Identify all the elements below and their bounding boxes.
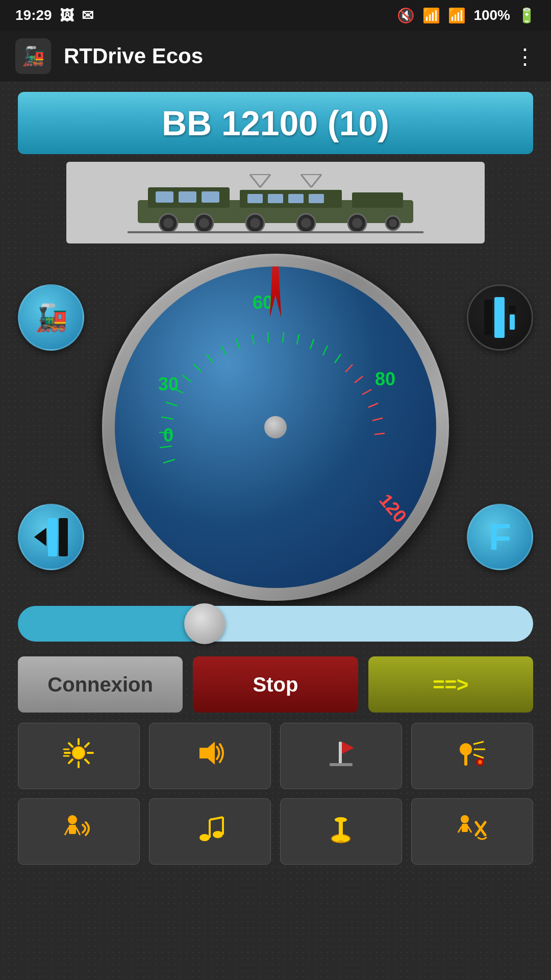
- speedometer-outer: 0 30 60 80 120: [102, 254, 449, 601]
- direction-left-icon: [34, 518, 68, 556]
- svg-rect-5: [179, 191, 196, 203]
- svg-point-88: [335, 817, 347, 822]
- mail-icon: ✉: [82, 7, 93, 24]
- svg-rect-70: [464, 753, 467, 766]
- svg-line-73: [473, 754, 484, 758]
- svg-line-92: [458, 826, 462, 832]
- svg-rect-77: [69, 825, 76, 834]
- photo-icon: 🖼: [60, 7, 74, 24]
- speedometer-inner: 0 30 60 80 120: [115, 266, 436, 588]
- direction-right-button[interactable]: [467, 284, 533, 351]
- func-sound-button[interactable]: [149, 723, 271, 789]
- func7-icon: [324, 812, 358, 851]
- train-image-container: [66, 162, 485, 243]
- func8-icon: [456, 812, 489, 851]
- speed-slider[interactable]: [18, 606, 533, 642]
- signal-icon: 📶: [448, 7, 466, 24]
- needle-container: [115, 266, 436, 588]
- svg-rect-10: [309, 194, 324, 203]
- f-label: F: [489, 516, 511, 558]
- svg-line-61: [85, 743, 89, 747]
- connexion-button[interactable]: Connexion: [18, 656, 183, 713]
- app-logo: 🚂: [15, 38, 51, 74]
- slider-container: [18, 606, 533, 644]
- svg-line-93: [468, 826, 471, 832]
- mute-icon: 🔇: [397, 7, 415, 24]
- svg-point-16: [250, 218, 260, 228]
- svg-line-27: [311, 175, 321, 187]
- function-grid: [18, 723, 533, 865]
- svg-point-22: [389, 219, 397, 227]
- svg-rect-8: [268, 194, 283, 203]
- svg-point-75: [478, 760, 482, 764]
- svg-line-24: [260, 175, 270, 187]
- func-horn-button[interactable]: [280, 723, 402, 789]
- svg-line-84: [210, 817, 223, 820]
- func-lights-button[interactable]: [18, 723, 140, 789]
- svg-point-80: [199, 834, 210, 841]
- locomotive-icon: 🚂: [35, 302, 68, 333]
- bell-icon: [456, 737, 489, 776]
- svg-rect-6: [202, 191, 219, 203]
- svg-line-79: [76, 827, 80, 835]
- status-bar-right: 🔇 📶 📶 100% 🔋: [397, 7, 536, 24]
- horn-icon: [324, 737, 358, 776]
- needle-center: [264, 416, 287, 438]
- func-bell-button[interactable]: [411, 723, 533, 789]
- train-banner: BB 12100 (10): [18, 92, 533, 154]
- svg-point-12: [163, 218, 173, 228]
- svg-rect-4: [156, 191, 173, 203]
- func-7-button[interactable]: [280, 798, 402, 865]
- train-name: BB 12100 (10): [162, 104, 389, 142]
- svg-point-90: [461, 815, 469, 823]
- status-time: 19:29: [15, 7, 52, 23]
- svg-marker-67: [342, 742, 354, 754]
- svg-point-76: [68, 815, 77, 824]
- battery-icon: 🔋: [518, 7, 536, 24]
- direction-right-icon: [484, 297, 516, 338]
- func-6-button[interactable]: [149, 798, 271, 865]
- app-title: RTDrive Ecos: [64, 44, 502, 68]
- svg-point-14: [199, 218, 209, 228]
- svg-rect-87: [339, 820, 343, 839]
- svg-point-89: [338, 840, 344, 843]
- svg-point-18: [301, 218, 311, 228]
- direction-left-button[interactable]: [18, 504, 84, 570]
- forward-button[interactable]: ==>: [368, 656, 533, 713]
- svg-rect-7: [247, 194, 263, 203]
- svg-line-78: [65, 827, 69, 835]
- func-8-button[interactable]: [411, 798, 533, 865]
- svg-marker-65: [199, 742, 215, 765]
- controls-area: 🚂: [0, 254, 551, 601]
- svg-point-81: [213, 831, 223, 838]
- func6-icon: [193, 812, 227, 851]
- svg-line-60: [85, 760, 89, 763]
- svg-rect-68: [330, 763, 353, 766]
- svg-line-26: [301, 175, 311, 187]
- train-illustration: [128, 172, 423, 233]
- train-image: [66, 162, 485, 243]
- func5-icon: [62, 812, 95, 851]
- action-buttons-row: Connexion Stop ==>: [18, 656, 533, 713]
- svg-rect-66: [339, 742, 342, 765]
- svg-point-54: [72, 747, 85, 759]
- svg-rect-9: [288, 194, 304, 203]
- svg-line-71: [473, 742, 484, 744]
- speedometer: 0 30 60 80 120: [102, 254, 449, 601]
- battery-level: 100%: [473, 7, 510, 23]
- f-button[interactable]: F: [467, 504, 533, 570]
- status-bar: 19:29 🖼 ✉ 🔇 📶 📶 100% 🔋: [0, 0, 551, 31]
- svg-rect-91: [462, 824, 468, 832]
- svg-rect-3: [352, 192, 403, 208]
- svg-line-62: [69, 760, 72, 763]
- svg-line-23: [250, 175, 260, 187]
- locomotive-button[interactable]: 🚂: [18, 284, 84, 351]
- stop-button[interactable]: Stop: [193, 656, 358, 713]
- svg-line-59: [69, 743, 72, 747]
- wifi-icon: 📶: [422, 7, 440, 24]
- status-bar-left: 19:29 🖼 ✉: [15, 7, 93, 24]
- menu-button[interactable]: ⋮: [514, 44, 536, 69]
- svg-point-20: [352, 218, 362, 228]
- func-5-button[interactable]: [18, 798, 140, 865]
- sound-icon: [193, 737, 227, 776]
